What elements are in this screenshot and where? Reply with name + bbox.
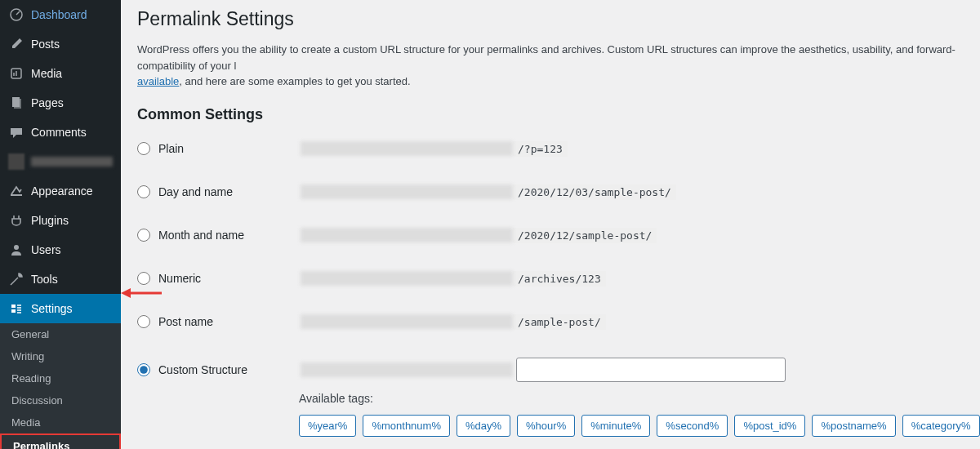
- sidebar-user-blurred: [0, 147, 121, 176]
- tag-second[interactable]: %second%: [657, 415, 728, 437]
- sidebar-item-comments[interactable]: Comments: [0, 118, 121, 147]
- option-plain: Plain /?p=123: [137, 133, 964, 176]
- submenu-item-reading[interactable]: Reading: [0, 367, 121, 389]
- radio-post-name[interactable]: [137, 315, 150, 328]
- page-title: Permalink Settings: [137, 8, 964, 30]
- tag-year[interactable]: %year%: [299, 415, 356, 437]
- tag-minute[interactable]: %minute%: [581, 415, 650, 437]
- pin-icon: [8, 36, 24, 52]
- sidebar-item-settings[interactable]: Settings: [0, 294, 121, 323]
- annotation-arrow: [121, 286, 162, 300]
- tag-hour[interactable]: %hour%: [517, 415, 575, 437]
- example-numeric: /archives/123: [301, 271, 606, 287]
- option-numeric: Numeric /archives/123: [137, 263, 964, 306]
- sidebar-item-dashboard[interactable]: Dashboard: [0, 0, 121, 29]
- sidebar-item-appearance[interactable]: Appearance: [0, 176, 121, 206]
- tools-icon: [8, 271, 24, 287]
- tag-day[interactable]: %day%: [457, 415, 510, 437]
- option-label: Plain: [158, 142, 184, 155]
- tag-post-id[interactable]: %post_id%: [734, 415, 805, 437]
- sidebar-item-plugins[interactable]: Plugins: [0, 206, 121, 235]
- media-icon: [8, 65, 24, 82]
- settings-submenu: General Writing Reading Discussion Media…: [0, 323, 121, 449]
- blurred-url: [301, 184, 513, 199]
- example-plain: /?p=123: [301, 141, 568, 157]
- dashboard-icon: [8, 7, 24, 23]
- submenu-item-discussion[interactable]: Discussion: [0, 389, 121, 411]
- radio-numeric[interactable]: [137, 272, 150, 285]
- option-month-name: Month and name /2020/12/sample-post/: [137, 220, 964, 263]
- sidebar-item-label: Plugins: [31, 214, 69, 227]
- url-suffix: /archives/123: [513, 271, 606, 287]
- tag-postname[interactable]: %postname%: [812, 415, 895, 437]
- option-label: Month and name: [158, 229, 244, 242]
- tag-category[interactable]: %category%: [902, 415, 980, 437]
- sidebar-item-tools[interactable]: Tools: [0, 265, 121, 294]
- intro-before: WordPress offers you the ability to crea…: [137, 43, 956, 72]
- sidebar-item-label: Tools: [31, 273, 58, 286]
- example-custom: [301, 358, 786, 382]
- radio-custom-label[interactable]: Custom Structure: [137, 363, 301, 376]
- svg-marker-7: [121, 288, 131, 298]
- radio-month-name-label[interactable]: Month and name: [137, 229, 301, 242]
- svg-rect-4: [11, 305, 16, 308]
- radio-day-name-label[interactable]: Day and name: [137, 185, 301, 198]
- sidebar-item-label: Appearance: [31, 184, 93, 198]
- sidebar-item-label: Users: [31, 243, 61, 256]
- username-blurred: [31, 157, 113, 167]
- pages-icon: [8, 95, 24, 111]
- users-icon: [8, 242, 24, 258]
- plugins-icon: [8, 212, 24, 229]
- example-day-name: /2020/12/03/sample-post/: [301, 184, 676, 200]
- sidebar-item-label: Pages: [31, 96, 64, 109]
- radio-numeric-label[interactable]: Numeric: [137, 272, 301, 285]
- sidebar-item-media[interactable]: Media: [0, 59, 121, 88]
- url-suffix: /2020/12/sample-post/: [513, 228, 657, 243]
- sidebar-item-posts[interactable]: Posts: [0, 29, 121, 59]
- blurred-url: [301, 271, 513, 286]
- sidebar-item-label: Comments: [31, 126, 87, 139]
- intro-text: WordPress offers you the ability to crea…: [137, 42, 964, 90]
- blurred-url: [301, 141, 513, 156]
- option-custom: Custom Structure: [137, 349, 964, 387]
- radio-custom[interactable]: [137, 363, 150, 376]
- submenu-item-writing[interactable]: Writing: [0, 345, 121, 367]
- radio-plain[interactable]: [137, 142, 150, 155]
- example-post-name: /sample-post/: [301, 314, 606, 330]
- svg-point-3: [14, 245, 19, 250]
- url-suffix: /sample-post/: [513, 314, 606, 330]
- main-content: Permalink Settings WordPress offers you …: [121, 0, 980, 449]
- avatar-blurred: [8, 153, 24, 170]
- blurred-url: [301, 314, 513, 329]
- intro-after: , and here are some examples to get you …: [179, 75, 410, 87]
- url-suffix: /2020/12/03/sample-post/: [513, 184, 676, 200]
- radio-month-name[interactable]: [137, 229, 150, 242]
- submenu-item-permalinks[interactable]: Permalinks: [0, 433, 121, 449]
- option-label: Numeric: [158, 272, 201, 285]
- sidebar-item-users[interactable]: Users: [0, 235, 121, 265]
- tag-monthnum[interactable]: %monthnum%: [363, 415, 450, 437]
- radio-day-name[interactable]: [137, 185, 150, 198]
- option-day-name: Day and name /2020/12/03/sample-post/: [137, 176, 964, 220]
- radio-post-name-label[interactable]: Post name: [137, 315, 301, 328]
- radio-plain-label[interactable]: Plain: [137, 142, 301, 155]
- option-label: Custom Structure: [158, 363, 247, 376]
- intro-link[interactable]: available: [137, 75, 179, 87]
- settings-icon: [8, 300, 24, 317]
- common-settings-heading: Common Settings: [137, 106, 964, 123]
- appearance-icon: [8, 183, 24, 199]
- sidebar-item-pages[interactable]: Pages: [0, 88, 121, 118]
- svg-rect-5: [11, 309, 16, 313]
- option-post-name: Post name /sample-post/: [137, 306, 964, 349]
- example-month-name: /2020/12/sample-post/: [301, 228, 657, 243]
- submenu-item-media[interactable]: Media: [0, 411, 121, 433]
- option-label: Post name: [158, 315, 213, 328]
- submenu-item-general[interactable]: General: [0, 323, 121, 345]
- comments-icon: [8, 124, 24, 140]
- svg-rect-2: [14, 99, 21, 109]
- sidebar-item-label: Media: [31, 67, 62, 80]
- sidebar-item-label: Dashboard: [31, 8, 87, 21]
- option-label: Day and name: [158, 185, 233, 198]
- sidebar-item-label: Settings: [31, 302, 73, 315]
- custom-structure-input[interactable]: [516, 358, 786, 382]
